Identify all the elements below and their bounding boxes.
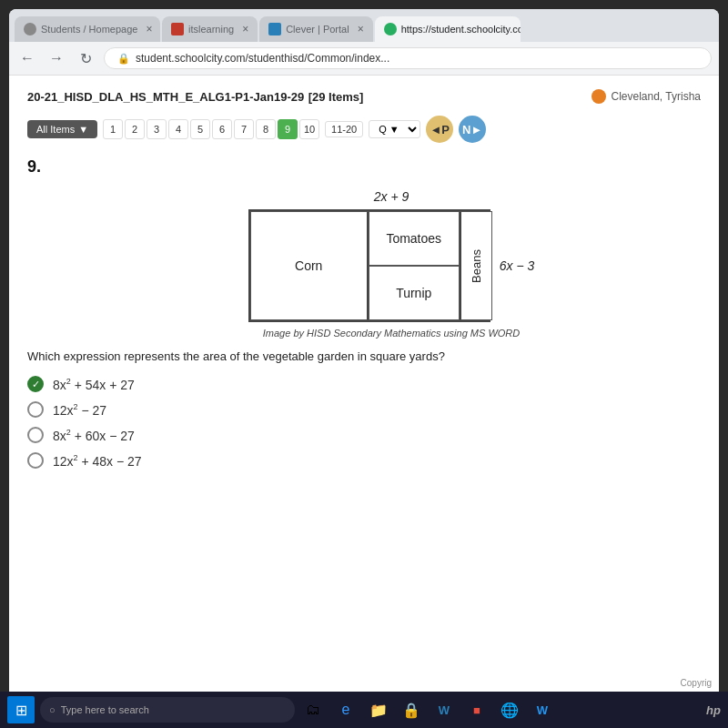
url-text: student.schoolcity.com/studenthisd/Commo… (136, 52, 389, 65)
next-button[interactable]: N► (459, 116, 486, 143)
page-content: 20-21_HISD_DLA_HS_MTH_E_ALG1-P1-Jan19-29… (9, 76, 719, 674)
page-range[interactable]: 11-20 (325, 121, 363, 137)
tab-label-2: itslearning (188, 24, 234, 35)
taskbar-explorer-icon[interactable]: 🗂 (300, 697, 326, 723)
search-placeholder: Type here to search (61, 704, 149, 715)
tab-label-4: https://student.schoolcity.com (401, 24, 521, 35)
answer-choices: 8x2 + 54x + 27 12x2 − 27 8x2 + 60x − 27 … (27, 376, 701, 469)
tab-clever[interactable]: Clever | Portal × (259, 16, 373, 42)
page-num-7[interactable]: 7 (234, 119, 254, 139)
taskbar-folder-icon[interactable]: 📁 (366, 697, 391, 723)
all-items-label: All Items (36, 124, 75, 135)
page-num-4[interactable]: 4 (168, 119, 188, 139)
back-button[interactable]: ← (16, 47, 38, 69)
taskbar-edge-icon[interactable]: e (333, 697, 359, 723)
taskbar-word2-icon[interactable]: W (530, 697, 555, 723)
choice-a-label: 8x2 + 54x + 27 (53, 377, 135, 392)
tab-schoolcity[interactable]: https://student.schoolcity.com × (375, 16, 521, 42)
radio-d[interactable] (27, 452, 44, 469)
diagram-container: 2x + 9 Corn Tomatoes Beans Turnip 6x − 3… (82, 189, 701, 339)
choice-b-label: 12x2 − 27 (53, 402, 106, 418)
page-num-5[interactable]: 5 (190, 119, 210, 139)
taskbar-icons: 🗂 e 📁 🔒 W ■ 🌐 W (300, 697, 555, 723)
tab-itslearning[interactable]: itslearning × (162, 16, 258, 42)
tab-label-3: Clever | Portal (286, 24, 349, 35)
hp-logo: hp (706, 703, 721, 717)
user-name: Cleveland, Tyrisha (592, 89, 702, 104)
forward-button[interactable]: → (46, 47, 67, 69)
q-dropdown[interactable]: Q ▼ (369, 120, 420, 138)
cell-tomatoes: Tomatoes (369, 211, 460, 266)
page-num-6[interactable]: 6 (212, 119, 232, 139)
radio-b[interactable] (27, 401, 44, 418)
choice-a[interactable]: 8x2 + 54x + 27 (27, 376, 701, 392)
lock-icon: 🔒 (117, 53, 130, 65)
next-icon: N► (462, 123, 482, 136)
taskbar-word-icon[interactable]: W (431, 697, 457, 723)
question-text: Which expression represents the area of … (27, 349, 701, 363)
all-items-button[interactable]: All Items ▼ (27, 120, 97, 138)
radio-c[interactable] (27, 427, 44, 443)
tab-close-2[interactable]: × (242, 23, 248, 35)
page-num-8[interactable]: 8 (256, 119, 276, 139)
page-num-1[interactable]: 1 (103, 119, 123, 139)
choice-c[interactable]: 8x2 + 60x − 27 (27, 427, 701, 443)
cell-turnip: Turnip (369, 266, 460, 320)
choice-d-label: 12x2 + 48x − 27 (53, 453, 142, 469)
tab-label-1: Students / Homepage (41, 24, 137, 35)
taskbar: ⊞ ○ Type here to search 🗂 e 📁 🔒 W ■ 🌐 W … (0, 692, 728, 728)
test-title: 20-21_HISD_DLA_HS_MTH_E_ALG1-P1-Jan19-29 (27, 90, 304, 104)
radio-a[interactable] (27, 376, 44, 392)
prev-button[interactable]: ◄P (426, 116, 453, 143)
page-num-9[interactable]: 9 (278, 119, 298, 139)
choice-d[interactable]: 12x2 + 48x − 27 (27, 452, 701, 469)
image-credit: Image by HISD Secondary Mathematics usin… (263, 328, 520, 339)
windows-start-button[interactable]: ⊞ (7, 696, 35, 723)
page-numbers: 1 2 3 4 5 6 7 8 9 10 (103, 119, 319, 139)
page-num-10[interactable]: 10 (299, 119, 319, 139)
taskbar-chrome-icon[interactable]: 🌐 (497, 697, 522, 723)
beans-label: Beans (470, 249, 483, 283)
taskbar-search[interactable]: ○ Type here to search (40, 697, 295, 723)
tab-close-3[interactable]: × (358, 23, 364, 35)
garden-row: Corn Tomatoes Beans Turnip 6x − 3 (248, 209, 535, 322)
test-title-area: 20-21_HISD_DLA_HS_MTH_E_ALG1-P1-Jan19-29… (27, 88, 363, 105)
address-bar-row: ← → ↻ 🔒 student.schoolcity.com/studenthi… (9, 42, 719, 76)
prev-icon: ◄P (430, 123, 450, 136)
cell-beans: Beans (460, 211, 492, 320)
dimension-top: 2x + 9 (374, 189, 410, 204)
question-number: 9. (27, 157, 701, 177)
user-name-text: Cleveland, Tyrisha (612, 90, 702, 103)
dimension-right: 6x − 3 (500, 258, 535, 273)
tab-favicon-2 (171, 23, 184, 35)
copyright: Copyrig (9, 674, 719, 692)
reload-button[interactable]: ↻ (75, 47, 96, 69)
all-items-arrow: ▼ (78, 124, 88, 135)
nav-toolbar: All Items ▼ 1 2 3 4 5 6 7 8 9 10 11-20 (27, 112, 701, 147)
tab-bar: Students / Homepage × itslearning × Clev… (9, 9, 719, 42)
tab-favicon-3 (268, 23, 281, 35)
address-bar[interactable]: 🔒 student.schoolcity.com/studenthisd/Com… (104, 47, 712, 69)
tab-favicon-4 (384, 23, 397, 35)
page-num-2[interactable]: 2 (125, 119, 145, 139)
user-avatar-dot (592, 89, 606, 104)
choice-c-label: 8x2 + 60x − 27 (53, 428, 135, 443)
tab-homepage[interactable]: Students / Homepage × (15, 16, 160, 42)
taskbar-lock-icon[interactable]: 🔒 (399, 697, 424, 723)
search-icon: ○ (49, 704, 56, 715)
cell-corn: Corn (250, 211, 369, 320)
item-count: [29 Items] (308, 90, 364, 104)
question-header: 20-21_HISD_DLA_HS_MTH_E_ALG1-P1-Jan19-29… (27, 88, 701, 105)
choice-b[interactable]: 12x2 − 27 (27, 401, 701, 418)
tab-favicon-1 (24, 23, 36, 35)
taskbar-app1-icon[interactable]: ■ (464, 697, 490, 723)
page-num-3[interactable]: 3 (147, 119, 167, 139)
tab-close-1[interactable]: × (146, 23, 152, 35)
garden-grid: Corn Tomatoes Beans Turnip (248, 209, 490, 322)
